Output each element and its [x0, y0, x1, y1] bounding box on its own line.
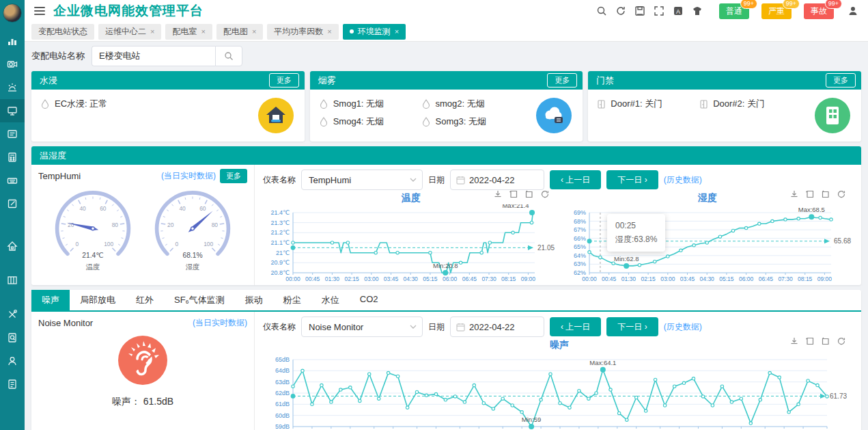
svg-text:100: 100: [204, 241, 213, 247]
close-icon[interactable]: ×: [201, 27, 205, 36]
sidebar-item-alarm-beacon[interactable]: [0, 76, 25, 99]
prev-day-button[interactable]: ‹ 上一日: [550, 317, 601, 336]
close-icon[interactable]: ×: [252, 27, 256, 36]
save-icon[interactable]: [634, 5, 645, 16]
chevron-down-icon: [410, 325, 417, 329]
refresh-icon[interactable]: [837, 336, 846, 345]
datazoom-icon[interactable]: [509, 189, 518, 198]
datazoom-icon[interactable]: [805, 189, 815, 198]
fullscreen-icon[interactable]: [654, 5, 664, 16]
svg-text:07:30: 07:30: [778, 276, 793, 282]
svg-text:03:00: 03:00: [364, 276, 379, 282]
download-icon[interactable]: [789, 189, 799, 198]
env-tab-4[interactable]: 振动: [235, 290, 273, 310]
sidebar-item-message-doc[interactable]: [0, 122, 25, 146]
sidebar-item-edit-note[interactable]: [0, 192, 25, 215]
door-access-icon: [815, 98, 850, 133]
refresh-icon[interactable]: [615, 5, 626, 16]
station-name-label: 变配电站名称: [31, 50, 85, 62]
svg-text:60dB: 60dB: [275, 412, 290, 419]
font-size-icon[interactable]: A: [673, 5, 684, 16]
user-icon: [7, 355, 18, 366]
env-tab-1[interactable]: 局部放电: [70, 290, 126, 310]
theme-icon[interactable]: [692, 5, 703, 16]
keyboard-icon: [7, 175, 18, 186]
sidebar-item-audit-search[interactable]: [0, 326, 25, 349]
refresh-icon[interactable]: [540, 189, 550, 198]
hamburger-menu-icon[interactable]: [34, 7, 45, 15]
alarm-badge-1[interactable]: 严重99+: [761, 3, 792, 19]
download-icon[interactable]: [789, 336, 799, 345]
close-icon[interactable]: ×: [395, 27, 399, 36]
next-day-button[interactable]: 下一日 ›: [606, 170, 658, 189]
alarm-badge-2[interactable]: 事故99+: [804, 3, 834, 19]
restore-icon[interactable]: [821, 189, 830, 198]
env-tab-0[interactable]: 噪声: [31, 290, 70, 310]
search-icon[interactable]: [596, 5, 607, 16]
water-card-title: 水浸: [40, 75, 57, 87]
nav-tabbar: 变配电站状态运维中心二×配电室×配电图×平均功率因数×环境监测×: [25, 22, 868, 42]
user-icon[interactable]: [848, 5, 858, 16]
meter-select[interactable]: TempHumi: [301, 170, 423, 190]
nav-tab-3[interactable]: 配电图×: [216, 24, 263, 40]
svg-text:08:15: 08:15: [798, 276, 813, 282]
next-day-button[interactable]: 下一日 ›: [606, 317, 658, 336]
page-title: 企业微电网能效管理平台: [53, 2, 204, 20]
nav-tab-5[interactable]: 环境监测×: [343, 24, 406, 40]
sidebar-item-user[interactable]: [0, 349, 25, 373]
date-picker[interactable]: 2022-04-22: [450, 170, 544, 190]
restore-icon[interactable]: [524, 189, 534, 198]
report-doc-icon: [7, 379, 18, 390]
svg-text:60: 60: [199, 205, 206, 212]
svg-text:Min:62.8: Min:62.8: [614, 255, 639, 263]
sidebar-item-bar-chart[interactable]: [0, 29, 25, 53]
noise-meter-select[interactable]: Noise Monitor: [301, 317, 423, 337]
env-tab-7[interactable]: CO2: [350, 290, 389, 310]
env-tab-2[interactable]: 红外: [126, 290, 164, 310]
noise-date-picker[interactable]: 2022-04-22: [450, 317, 544, 337]
env-tab-3[interactable]: SF₆气体监测: [164, 290, 235, 310]
sidebar-item-home[interactable]: [0, 234, 25, 258]
home-icon: [7, 241, 18, 252]
env-tab-6[interactable]: 水位: [311, 290, 350, 310]
edit-note-icon: [7, 198, 18, 209]
avatar[interactable]: [3, 3, 22, 23]
svg-text:Min:20.8: Min:20.8: [433, 262, 458, 269]
svg-text:68%: 68%: [574, 218, 586, 225]
svg-text:Max:21.4: Max:21.4: [502, 204, 529, 209]
nav-tab-0[interactable]: 变配电站状态: [31, 24, 94, 40]
temphumi-more-button[interactable]: 更多: [220, 169, 247, 183]
restore-icon[interactable]: [821, 336, 830, 345]
download-icon[interactable]: [493, 189, 503, 198]
env-tab-5[interactable]: 粉尘: [273, 290, 311, 310]
smoke-more-button[interactable]: 更多: [547, 73, 577, 88]
chart-toolbox: [789, 336, 846, 345]
nav-tab-1[interactable]: 运维中心二×: [98, 24, 161, 40]
refresh-icon[interactable]: [837, 189, 846, 198]
grid-panel-icon: [7, 275, 18, 286]
close-icon[interactable]: ×: [150, 27, 154, 36]
sidebar-item-grid-panel[interactable]: [0, 269, 25, 292]
datazoom-icon[interactable]: [805, 336, 815, 345]
alarm-badge-0[interactable]: 普通99+: [719, 3, 749, 19]
water-more-button[interactable]: 更多: [269, 73, 299, 88]
close-icon[interactable]: ×: [327, 27, 331, 36]
door-more-button[interactable]: 更多: [826, 73, 856, 88]
sidebar-item-device-monitor[interactable]: [0, 99, 25, 122]
svg-text:06:00: 06:00: [739, 276, 754, 282]
search-button[interactable]: [215, 46, 242, 66]
sidebar-item-tools[interactable]: [0, 303, 25, 326]
sidebar-item-keyboard[interactable]: [0, 169, 25, 192]
svg-text:100: 100: [104, 241, 113, 247]
smoke-card: 烟雾 更多 Smog1: 无烟smog2: 无烟Smog4: 无烟Somg3: …: [310, 71, 583, 142]
door-icon: [598, 100, 605, 109]
sidebar-item-camera[interactable]: [0, 53, 25, 76]
prev-day-button[interactable]: ‹ 上一日: [550, 170, 601, 189]
temperature-chart: 温度 20.8℃20.9℃21℃21.1℃21.2℃21.3℃21.4℃00:0…: [263, 191, 559, 284]
environment-tabs: 噪声局部放电红外SF₆气体监测振动粉尘水位CO2: [31, 290, 861, 312]
sidebar-item-report-doc[interactable]: [0, 373, 25, 396]
sidebar-item-calculator[interactable]: [0, 146, 25, 169]
station-name-input[interactable]: [92, 46, 215, 66]
nav-tab-4[interactable]: 平均功率因数×: [267, 24, 338, 40]
nav-tab-2[interactable]: 配电室×: [165, 24, 212, 40]
